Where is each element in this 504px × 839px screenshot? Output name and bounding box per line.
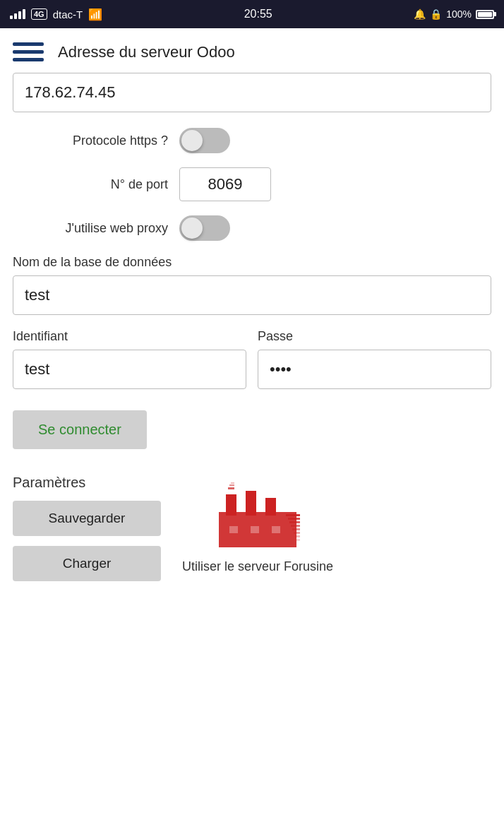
main-content: Adresse du serveur Odoo Protocole https … [0,28,504,839]
svg-rect-13 [229,484,234,486]
svg-rect-4 [286,514,300,516]
identifiant-input[interactable] [13,350,246,389]
svg-rect-9 [294,532,300,534]
battery-bar [476,10,494,19]
time-display: 20:55 [244,8,272,20]
server-address-input[interactable] [13,73,491,112]
hamburger-menu[interactable] [13,42,44,61]
load-button[interactable]: Charger [13,546,161,581]
https-toggle[interactable] [179,128,230,153]
credentials-row: Identifiant Passe [13,329,491,389]
svg-rect-12 [228,487,234,489]
identifiant-label: Identifiant [13,329,246,344]
lock-icon: 🔒 [430,8,442,20]
forusine-text: Utiliser le serveur Forusine [182,558,333,576]
proxy-label: J'utilise web proxy [13,221,168,236]
svg-rect-8 [292,528,300,530]
status-left: 4G dtac-T 📶 [10,8,102,21]
identifiant-field: Identifiant [13,329,246,389]
svg-rect-2 [246,491,256,516]
https-toggle-thumb [181,130,203,151]
battery-indicator [476,10,494,19]
passe-field: Passe [258,329,491,389]
port-input[interactable] [179,167,271,201]
forusine-section[interactable]: Utiliser le serveur Forusine [182,480,333,576]
battery-fill [478,12,492,17]
page-title: Adresse du serveur Odoo [58,43,235,61]
https-label: Protocole https ? [13,133,168,148]
proxy-toggle[interactable] [179,215,230,241]
hamburger-line-2 [13,50,44,54]
connect-button[interactable]: Se connecter [13,410,147,449]
battery-percent: 100% [446,8,472,20]
alarm-icon: 🔔 [414,8,426,20]
forusine-logo [205,480,311,551]
network-type: 4G [31,8,47,20]
params-left: Paramètres Sauvegarder Charger [13,475,161,591]
carrier-name: dtac-T [53,8,83,20]
svg-rect-6 [289,521,300,523]
svg-rect-14 [231,482,234,484]
signal-icon [10,9,25,19]
passe-label: Passe [258,329,491,344]
params-section: Paramètres Sauvegarder Charger [13,475,491,591]
port-row: N° de port [13,167,491,201]
port-label: N° de port [13,177,168,192]
header-row: Adresse du serveur Odoo [13,42,491,61]
passe-input[interactable] [258,350,491,389]
save-button[interactable]: Sauvegarder [13,501,161,536]
params-title: Paramètres [13,475,161,491]
svg-rect-10 [295,535,300,537]
wifi-icon: 📶 [88,8,102,21]
svg-rect-15 [229,526,238,533]
hamburger-line-3 [13,58,44,61]
https-row: Protocole https ? [13,128,491,153]
svg-rect-11 [296,539,300,541]
svg-rect-1 [226,494,236,516]
status-right: 🔔 🔒 100% [414,8,494,20]
proxy-toggle-thumb [181,218,203,239]
db-input[interactable] [13,275,491,315]
db-label: Nom de la base de données [13,255,491,270]
svg-rect-17 [272,526,280,533]
status-bar: 4G dtac-T 📶 20:55 🔔 🔒 100% [0,0,504,28]
svg-rect-5 [288,518,300,520]
hamburger-line-1 [13,42,44,46]
svg-rect-3 [265,498,276,516]
proxy-row: J'utilise web proxy [13,215,491,241]
svg-rect-7 [291,525,300,527]
svg-rect-16 [251,526,259,533]
